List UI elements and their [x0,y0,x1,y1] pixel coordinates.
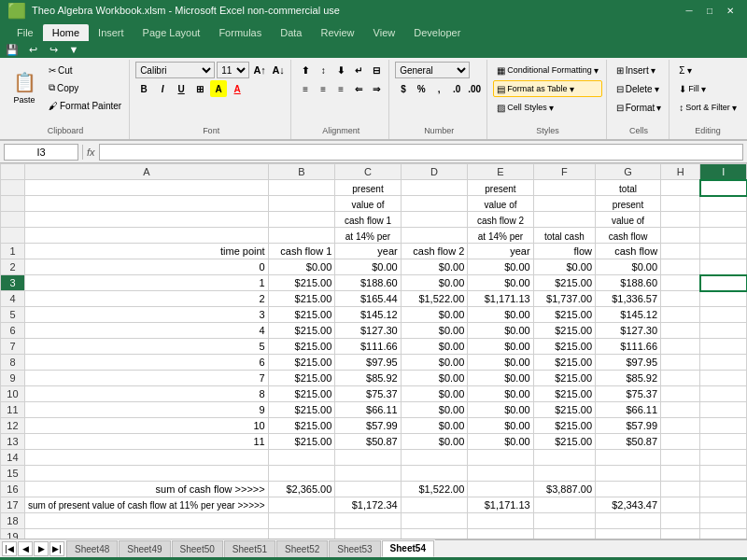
cell-13a[interactable]: 11 [24,434,268,450]
font-size-select[interactable]: 11 [217,62,249,78]
sheet-tab-48[interactable]: Sheet48 [66,540,118,557]
sheet-tab-49[interactable]: Sheet49 [119,540,170,557]
cell-a[interactable] [24,196,268,212]
cut-button[interactable]: ✂ Cut [45,62,125,78]
cell-18f[interactable] [533,513,595,529]
cell-13h[interactable] [661,434,700,450]
cell-17d[interactable] [401,497,468,513]
sort-filter-button[interactable]: ↕ Sort & Filter ▾ [675,99,740,116]
cell-4h[interactable] [661,291,700,307]
cell-7e[interactable]: $0.00 [468,339,533,355]
cell-11e[interactable]: $0.00 [468,402,533,418]
cell-18c[interactable] [335,513,401,529]
cell-6e[interactable]: $0.00 [468,323,533,339]
cell-1i[interactable] [700,244,747,259]
cell-9b[interactable]: $215.00 [268,371,335,386]
cell-12b[interactable]: $215.00 [268,418,335,434]
cell-8f[interactable]: $215.00 [533,355,595,371]
cell-f[interactable] [533,212,595,228]
cell-5c[interactable]: $145.12 [335,307,401,323]
format-painter-button[interactable]: 🖌 Format Painter [45,97,125,114]
cell-f-header1[interactable] [533,180,595,196]
cell-12h[interactable] [661,418,700,434]
cell-10a[interactable]: 8 [24,386,268,402]
cell-15d[interactable] [401,466,468,482]
cell-11b[interactable]: $215.00 [268,402,335,418]
cell-f[interactable] [533,196,595,212]
cell-11d[interactable]: $0.00 [401,402,468,418]
cell-12g[interactable]: $57.99 [596,418,661,434]
cell-18h[interactable] [661,513,700,529]
align-right-button[interactable]: ≡ [332,80,349,97]
tab-prev-button[interactable]: ◀ [18,541,33,556]
tab-developer[interactable]: Developer [404,24,470,41]
sheet-tab-50[interactable]: Sheet50 [172,540,223,557]
cell-14c[interactable] [335,450,401,466]
cell-13d[interactable]: $0.00 [401,434,468,450]
border-button[interactable]: ⊞ [191,80,208,97]
increase-indent-button[interactable]: ⇒ [368,80,385,97]
shrink-font-button[interactable]: A↓ [270,62,287,78]
italic-button[interactable]: I [154,80,171,97]
col-header-g[interactable]: G [596,164,661,180]
cell-2h[interactable] [661,259,700,275]
font-color-button[interactable]: A [229,80,246,97]
number-format-select[interactable]: General [395,62,470,78]
cell-5b[interactable]: $215.00 [268,307,335,323]
cell-14g[interactable] [596,450,661,466]
cell-17b[interactable] [268,497,335,513]
sheet-tab-51[interactable]: Sheet51 [224,540,275,557]
cell-4g[interactable]: $1,336.57 [596,291,661,307]
save-qa-button[interactable]: 💾 [4,42,21,57]
cell-10b[interactable]: $215.00 [268,386,335,402]
cell-19h[interactable] [661,529,700,539]
cell-3b[interactable]: $215.00 [268,275,335,291]
cell-11g[interactable]: $66.11 [596,402,661,418]
cell-8e[interactable]: $0.00 [468,355,533,371]
cell-reference-box[interactable] [4,144,78,161]
cell-2e[interactable]: $0.00 [468,259,533,275]
cell-2g[interactable]: $0.00 [596,259,661,275]
cell-7g[interactable]: $111.66 [596,339,661,355]
cell-b-header[interactable] [268,180,335,196]
cell-5d[interactable]: $0.00 [401,307,468,323]
cell-7a[interactable]: 5 [24,339,268,355]
cell-19f[interactable] [533,529,595,539]
cell-9d[interactable]: $0.00 [401,371,468,386]
cell-5h[interactable] [661,307,700,323]
cell-4f[interactable]: $1,737.00 [533,291,595,307]
cell-3f[interactable]: $215.00 [533,275,595,291]
cell-3c[interactable]: $188.60 [335,275,401,291]
cell-i[interactable] [700,228,747,244]
col-header-h[interactable]: H [661,164,700,180]
cell-1h[interactable] [661,244,700,259]
format-as-table-button[interactable]: ▤ Format as Table ▾ [493,80,602,97]
cell-6g[interactable]: $127.30 [596,323,661,339]
cell-e-header1[interactable]: present [468,180,533,196]
cell-5g[interactable]: $145.12 [596,307,661,323]
cell-6i[interactable] [700,323,747,339]
cell-16i[interactable] [700,482,747,497]
cell-7h[interactable] [661,339,700,355]
merge-center-button[interactable]: ⊟ [368,62,385,78]
cell-d[interactable] [401,228,468,244]
cell-14d[interactable] [401,450,468,466]
col-header-i[interactable]: I [700,164,747,180]
close-button[interactable]: ✕ [721,3,740,18]
cell-19g[interactable] [596,529,661,539]
tab-page-layout[interactable]: Page Layout [134,24,210,41]
cell-16h[interactable] [661,482,700,497]
cell-17a[interactable]: sum of present value of cash flow at 11%… [24,497,268,513]
wrap-text-button[interactable]: ↵ [350,62,367,78]
increase-decimal-button[interactable]: .00 [466,80,483,97]
cell-15f[interactable] [533,466,595,482]
col-header-f[interactable]: F [533,164,595,180]
cell-6b[interactable]: $215.00 [268,323,335,339]
col-header-a[interactable]: A [24,164,268,180]
cell-i-header1[interactable] [700,180,747,196]
cell-15g[interactable] [596,466,661,482]
tab-next-button[interactable]: ▶ [34,541,49,556]
cell-19d[interactable] [401,529,468,539]
cell-17g[interactable]: $2,343.47 [596,497,661,513]
align-left-button[interactable]: ≡ [297,80,314,97]
